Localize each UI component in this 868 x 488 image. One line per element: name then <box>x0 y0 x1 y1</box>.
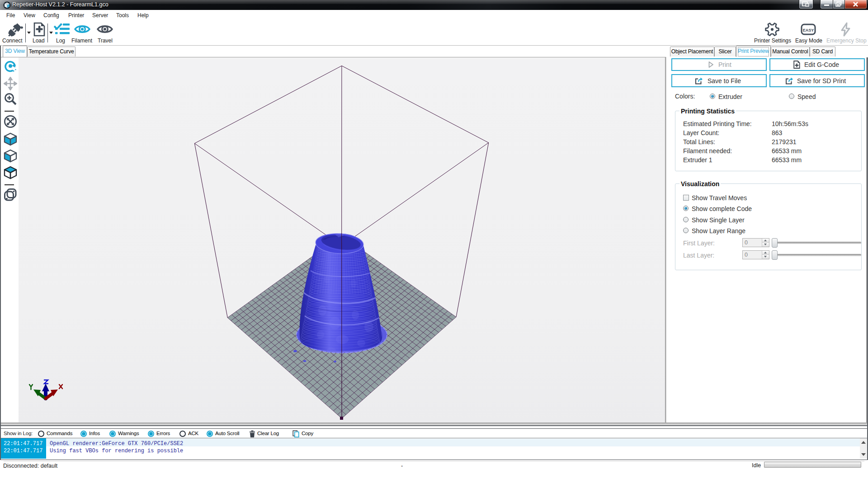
svg-text:EASY: EASY <box>803 28 814 33</box>
